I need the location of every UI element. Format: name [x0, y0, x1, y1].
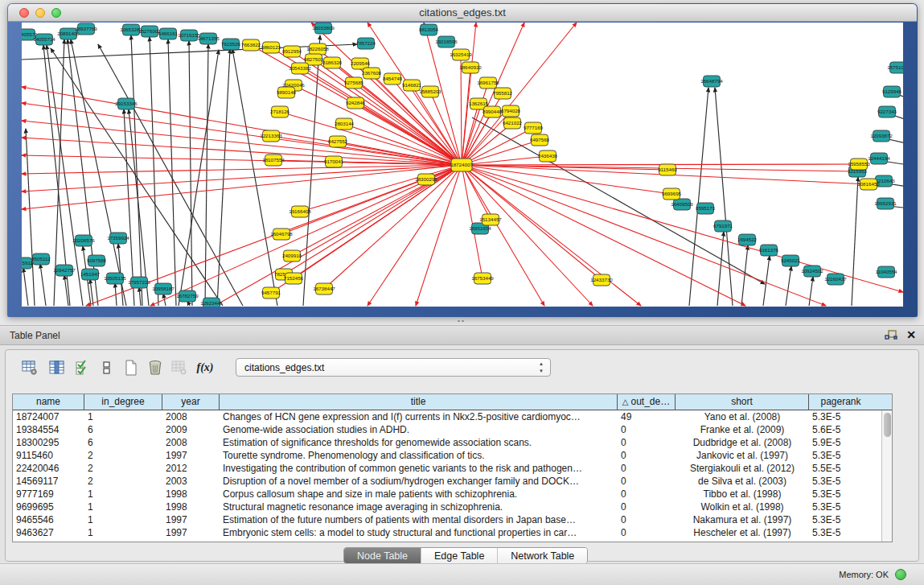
graph-node[interactable]: 9777169	[524, 122, 544, 134]
graph-node[interactable]: 15885203	[419, 86, 441, 97]
column-header-short[interactable]: short	[676, 394, 809, 410]
graph-node[interactable]: 2367608	[362, 68, 382, 79]
table-row[interactable]: 946554611997Estimation of the future num…	[13, 513, 892, 526]
graph-node[interactable]: 16782759	[176, 290, 199, 302]
table-cell[interactable]: Wolkin et al. (1998)	[676, 501, 809, 513]
table-cell[interactable]: 1	[84, 513, 162, 526]
table-cell[interactable]: Genome-wide association studies in ADHD.	[220, 423, 618, 436]
new-table-icon[interactable]	[120, 356, 142, 379]
table-cell[interactable]: 5.3E-5	[809, 475, 873, 488]
graph-node[interactable]: 16738447	[313, 283, 335, 295]
table-cell[interactable]: 6	[84, 436, 162, 449]
table-cell[interactable]: 9465546	[13, 513, 84, 526]
graph-node[interactable]: 17359924	[107, 233, 129, 244]
tab-network-table[interactable]: Network Table	[498, 548, 587, 563]
splitter-grip-icon[interactable]	[457, 319, 465, 323]
graph-node[interactable]: 10924502	[801, 266, 823, 277]
graph-node[interactable]: 12433730	[590, 274, 613, 286]
table-cell[interactable]: 1997	[162, 513, 220, 526]
table-cell[interactable]: Stergiakouli et al. (2012)	[676, 462, 809, 475]
table-cell[interactable]: 22420046	[13, 462, 84, 475]
table-cell[interactable]: 9699695	[13, 501, 84, 513]
table-cell[interactable]: 0	[618, 513, 676, 526]
table-cell[interactable]: Corpus callosum shape and size in male p…	[220, 488, 618, 501]
graph-node[interactable]: 8595173	[696, 203, 716, 214]
graph-node[interactable]: 18226058	[306, 43, 329, 55]
graph-node[interactable]: 13505135	[104, 273, 126, 284]
column-header-in_degree[interactable]: in_degree	[84, 394, 162, 410]
network-window-titlebar[interactable]: citations_edges.txt	[8, 4, 917, 22]
table-cell[interactable]: 1	[84, 526, 162, 539]
table-cell[interactable]: 9777169	[13, 488, 84, 501]
table-row[interactable]: 1872400712008Changes of HCN gene express…	[13, 410, 892, 423]
table-cell[interactable]: 1	[84, 488, 162, 501]
graph-node[interactable]: 19166408	[289, 206, 311, 217]
table-cell[interactable]: 0	[618, 488, 676, 501]
table-cell[interactable]: 49	[618, 410, 676, 423]
column-header-name[interactable]: name	[13, 394, 84, 410]
table-cell[interactable]: 9463627	[13, 526, 84, 539]
graph-node[interactable]: 8427552	[328, 136, 348, 147]
table-cell[interactable]: Nakamura et al. (1997)	[676, 513, 809, 526]
float-panel-icon[interactable]	[885, 330, 897, 341]
table-row[interactable]: 1830029562008Estimation of significance …	[13, 436, 892, 449]
table-cell[interactable]: 5.3E-5	[809, 526, 873, 539]
graph-node[interactable]: 8454749	[383, 73, 403, 84]
table-cell[interactable]: 1998	[162, 501, 220, 513]
table-cell[interactable]: 2012	[162, 462, 220, 475]
table-cell[interactable]: Estimation of the future numbers of pati…	[220, 513, 618, 526]
graph-node[interactable]: 9161376	[759, 245, 779, 256]
graph-node[interactable]: 9890148	[277, 87, 297, 98]
table-cell[interactable]: Estimation of significance thresholds fo…	[220, 436, 618, 449]
graph-node[interactable]: 6791971	[713, 220, 733, 232]
graph-node[interactable]: 7857224	[356, 38, 376, 49]
graph-node[interactable]: 7663822	[241, 39, 261, 51]
graph-node[interactable]: 12444194	[868, 153, 890, 164]
table-cell[interactable]: 1997	[162, 526, 220, 539]
graph-node[interactable]: 15751074	[887, 62, 903, 73]
table-row[interactable]: 977716911998Corpus callosum shape and si…	[13, 488, 892, 501]
table-cell[interactable]: 18300295	[13, 436, 84, 449]
table-cell[interactable]: 5.5E-5	[809, 462, 873, 475]
graph-node[interactable]: 16409509	[671, 199, 693, 210]
graph-node[interactable]: 11040554	[875, 266, 897, 278]
table-cell[interactable]: Embryonic stem cells: a model to study s…	[220, 526, 618, 539]
graph-node[interactable]: 16325419	[450, 49, 472, 60]
graph-node[interactable]: 8186328	[322, 57, 343, 68]
graph-node[interactable]: 6497568	[530, 134, 550, 146]
graph-node[interactable]: 7615526	[221, 39, 241, 50]
table-cell[interactable]: Structural magnetic resonance image aver…	[220, 501, 618, 513]
table-cell[interactable]: Changes of HCN gene expression and I(f) …	[220, 410, 618, 423]
graph-node[interactable]: 12160437	[824, 274, 847, 285]
graph-node[interactable]: 2436430	[538, 150, 558, 162]
graph-node[interactable]: 9275685	[344, 77, 364, 89]
table-row[interactable]: 1938455462009Genome-wide association stu…	[13, 423, 892, 436]
graph-node[interactable]: 14055714	[33, 34, 55, 45]
graph-node[interactable]: 18640910	[459, 62, 482, 73]
graph-node[interactable]: 29153346	[115, 98, 138, 109]
graph-node[interactable]: 8990448	[483, 106, 503, 117]
table-settings-icon[interactable]	[18, 356, 41, 379]
table-cell[interactable]: 5.3E-5	[809, 488, 873, 501]
table-cell[interactable]: 5.3E-5	[809, 449, 873, 462]
graph-node[interactable]: 2803144	[335, 118, 355, 130]
delete-table-icon[interactable]	[168, 356, 191, 379]
table-cell[interactable]: 1	[84, 501, 162, 513]
graph-node[interactable]: 8912954	[282, 46, 302, 57]
table-cell[interactable]: 0	[618, 526, 676, 539]
graph-node[interactable]: 9170041	[324, 156, 344, 167]
graph-node[interactable]: 14671355	[197, 33, 220, 44]
graph-node[interactable]: 9699695	[662, 188, 682, 200]
graph-node[interactable]: 20206576	[72, 235, 95, 246]
graph-node[interactable]: 12213363	[260, 130, 282, 142]
table-cell[interactable]: Tourette syndrome. Phenomenology and cla…	[220, 449, 618, 462]
table-cell[interactable]: 0	[618, 436, 676, 449]
tab-edge-table[interactable]: Edge Table	[421, 548, 498, 563]
table-cell[interactable]: Disruption of a novel member of a sodium…	[220, 475, 618, 488]
table-cell[interactable]: 0	[618, 501, 676, 513]
table-row[interactable]: 2242004622012Investigating the contribut…	[13, 462, 892, 475]
graph-node[interactable]: 16648794	[700, 76, 723, 87]
table-cell[interactable]: 0	[618, 462, 676, 475]
graph-node[interactable]: 6466161	[158, 28, 179, 39]
tab-node-table[interactable]: Node Table	[344, 548, 421, 563]
